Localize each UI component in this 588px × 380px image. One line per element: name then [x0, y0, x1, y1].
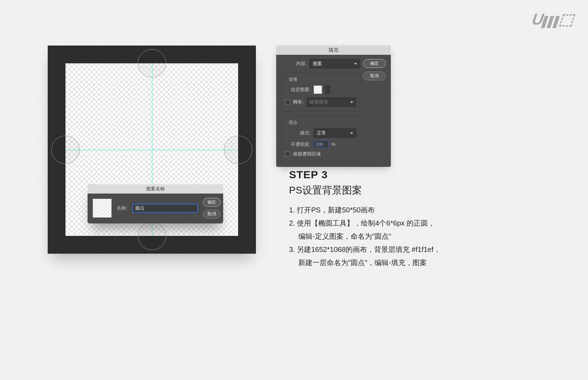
custom-pattern-picker[interactable] — [325, 85, 330, 94]
guide-horizontal — [65, 150, 238, 150]
blend-legend: 混合 — [287, 120, 299, 126]
logo-tail-icon: ⬚ — [557, 10, 577, 28]
chevron-down-icon — [350, 132, 353, 134]
mode-label: 模式: — [285, 130, 311, 136]
logo-bars — [541, 16, 560, 28]
pattern-cancel-button[interactable]: 取消 — [203, 210, 221, 218]
ellipse-bottom[interactable] — [138, 222, 166, 250]
script-checkbox[interactable] — [285, 100, 290, 105]
opacity-label: 不透明度: — [285, 141, 311, 148]
pattern-dialog-title: 图案名称 — [88, 184, 223, 194]
pattern-name-label: 名称: — [117, 205, 127, 211]
instruction-list: 1. 打开PS，新建50*50画布 2. 使用【椭圆工具】，绘制4个6*6px … — [289, 204, 517, 269]
list-item: 3. 另建1652*1068的画布，背景层填充 #f1f1ef， 新建一层命名为… — [289, 243, 517, 269]
chevron-down-icon — [350, 101, 353, 103]
preserve-transparency-label: 保留透明区域 — [293, 151, 321, 157]
fill-dialog: 填充 内容: 图案 选项 自定图案: — [276, 46, 391, 167]
content-label: 内容: — [281, 60, 307, 67]
ellipse-right[interactable] — [224, 136, 252, 164]
fill-cancel-button[interactable]: 取消 — [363, 72, 386, 80]
mode-dropdown[interactable]: 正常 — [314, 128, 356, 138]
ps-canvas-frame: 图案名称 名称: 确定 取消 — [48, 46, 256, 254]
blend-fieldset: 混合 模式: 正常 不透明度: % 保留透明区域 — [281, 116, 360, 162]
pattern-preview-swatch[interactable] — [93, 199, 112, 218]
ellipse-top[interactable] — [138, 49, 166, 78]
preserve-transparency-checkbox[interactable] — [285, 152, 290, 157]
ellipse-left[interactable] — [51, 136, 80, 164]
options-legend: 选项 — [287, 76, 299, 83]
script-dropdown-value: 砖形填充 — [310, 99, 328, 105]
fill-ok-button[interactable]: 确定 — [363, 59, 386, 68]
opacity-unit: % — [331, 142, 336, 147]
script-dropdown: 砖形填充 — [306, 97, 356, 107]
ps-canvas[interactable]: 图案名称 名称: 确定 取消 — [65, 63, 238, 236]
pattern-ok-button[interactable]: 确定 — [203, 198, 221, 207]
instructions-block: STEP 3 PS设置背景图案 1. 打开PS，新建50*50画布 2. 使用【… — [289, 169, 517, 269]
chevron-down-icon — [354, 63, 357, 65]
pattern-name-input[interactable] — [132, 204, 198, 213]
step-subtitle: PS设置背景图案 — [289, 184, 517, 197]
custom-pattern-label: 自定图案: — [285, 86, 311, 93]
brand-logo: U ⬚ — [530, 10, 577, 28]
opacity-input[interactable] — [314, 141, 329, 148]
fill-dialog-title: 填充 — [276, 46, 391, 55]
script-label: 脚本: — [293, 99, 304, 105]
pattern-name-dialog: 图案名称 名称: 确定 取消 — [88, 184, 223, 223]
options-fieldset: 选项 自定图案: 脚本: 砖形填充 — [281, 73, 360, 111]
content-dropdown[interactable]: 图案 — [310, 59, 360, 68]
list-item: 1. 打开PS，新建50*50画布 — [289, 204, 517, 217]
step-heading: STEP 3 — [289, 169, 517, 181]
custom-pattern-swatch[interactable] — [314, 85, 322, 94]
list-item: 2. 使用【椭圆工具】，绘制4个6*6px 的正圆， 编辑-定义图案，命名为"圆… — [289, 217, 517, 243]
mode-dropdown-value: 正常 — [317, 130, 326, 136]
content-dropdown-value: 图案 — [313, 60, 322, 67]
